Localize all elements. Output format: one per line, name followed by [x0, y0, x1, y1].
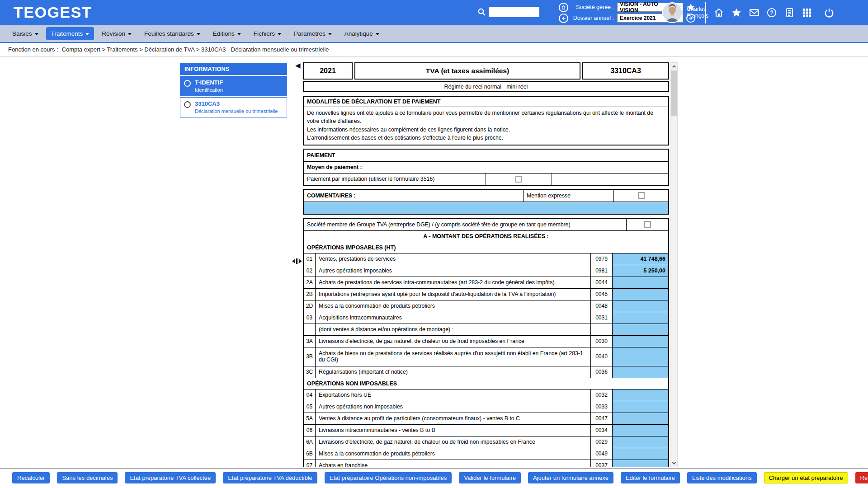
line-number: 6B [304, 448, 316, 460]
menu-item-revision[interactable]: Révision [97, 27, 137, 40]
groupe-tva-checkbox[interactable] [644, 221, 651, 228]
amount-cell[interactable] [612, 460, 668, 467]
retour-button[interactable]: Retour [855, 472, 868, 483]
line-number: 2A [304, 277, 316, 288]
menu-item-fichiers[interactable]: Fichiers [249, 27, 286, 40]
informations-panel: INFORMATIONS T-IDENTIFIdentification3310… [180, 63, 287, 117]
line-code: 0045 [590, 289, 612, 300]
help-icon[interactable]: ? [766, 7, 777, 18]
resize-handle-icon[interactable] [292, 257, 302, 265]
amount-cell[interactable] [612, 425, 668, 436]
scroll-up-icon[interactable] [670, 63, 677, 70]
menu-item-label: Fichiers [254, 30, 275, 37]
line-number: 6A [304, 436, 316, 448]
chevron-down-icon [35, 33, 38, 35]
home-icon[interactable] [713, 7, 724, 18]
back-circle-icon[interactable] [559, 14, 568, 23]
menu-item-parametres[interactable]: Paramètres [289, 27, 337, 40]
commentaires-input[interactable] [304, 202, 668, 214]
menu-item-traitements[interactable]: Traitements [46, 27, 94, 40]
home-circle-icon[interactable] [559, 3, 568, 12]
line-label: Importations (entreprises ayant opté pou… [316, 289, 590, 300]
sidebar-item-label: Déclaration mensuelle ou trimestrielle [195, 108, 278, 114]
chevron-down-icon [197, 33, 200, 35]
table-row: 6ALivraisons d'électricité, de gaz natur… [304, 436, 668, 448]
line-number: 5A [304, 413, 316, 424]
line-code: 0030 [590, 336, 612, 347]
etat-preparatoire-tva-collectee-button[interactable]: Etat préparatoire TVA collectée [125, 472, 216, 483]
avatar[interactable] [662, 2, 683, 23]
etat-preparatoire-operations-non-imposables-button[interactable]: Etat préparatoire Opérations non-imposab… [325, 472, 452, 483]
chevron-down-icon [376, 33, 379, 35]
radio-icon[interactable] [184, 101, 191, 108]
line-label: Ventes, prestations de services [316, 253, 590, 265]
line-label: Autres opérations imposables [316, 265, 590, 277]
amount-cell[interactable] [612, 401, 668, 413]
menu-item-analytique[interactable]: Analytique [340, 27, 384, 40]
scroll-down-icon[interactable] [670, 460, 677, 467]
imputation-label: Paiement par imputation (utiliser le for… [304, 174, 486, 185]
main-content: INFORMATIONS T-IDENTIFIdentification3310… [0, 56, 868, 468]
charger-un-etat-preparatoire-button[interactable]: Charger un état préparatoire [764, 472, 848, 483]
amount-cell[interactable] [612, 366, 668, 378]
amount-cell[interactable] [612, 336, 668, 347]
sidebar-item-t-identif[interactable]: T-IDENTIFIdentification [180, 76, 287, 96]
editer-le-formulaire-button[interactable]: Editer le formulaire [621, 472, 680, 483]
menu-item-feuilles-standards[interactable]: Feuilles standards [139, 27, 205, 40]
imputation-checkbox[interactable] [515, 176, 522, 183]
amount-cell[interactable] [612, 277, 668, 288]
mail-icon[interactable] [749, 7, 760, 18]
sidebar-item-label: Identification [195, 87, 223, 93]
amount-cell[interactable] [612, 448, 668, 460]
chevron-down-icon [328, 33, 332, 35]
sans-les-decimales-button[interactable]: Sans les décimales [57, 472, 118, 483]
line-label: (dont ventes à distance et/ou opérations… [316, 324, 590, 335]
mention-expresse-checkbox[interactable] [638, 192, 645, 199]
imputation-empty-cell [552, 174, 668, 185]
valider-le-formulaire-button[interactable]: Valider le formulaire [459, 472, 521, 483]
breadcrumb: Fonction en cours : Compta expert > Trai… [0, 43, 868, 56]
amount-cell[interactable] [612, 300, 668, 312]
scrollbar-thumb[interactable] [671, 70, 677, 116]
recalculer-button[interactable]: Recalculer [12, 472, 50, 483]
form-year: 2021 [303, 62, 353, 80]
commentaires-box: COMMENTAIRES : Mention expresse [303, 189, 669, 215]
sidebar-item-3310ca3[interactable]: 3310CA3Déclaration mensuelle ou trimestr… [180, 97, 287, 117]
amount-cell[interactable] [612, 289, 668, 300]
radio-icon[interactable] [184, 80, 191, 87]
apps-icon[interactable] [802, 7, 812, 18]
global-search [477, 7, 539, 17]
ajouter-un-formulaire-annexe-button[interactable]: Ajouter un formulaire annexe [528, 472, 613, 483]
liste-des-modifications-button[interactable]: Liste des modifications [687, 472, 757, 483]
chevron-down-icon [85, 33, 89, 35]
menu-item-saisies[interactable]: Saisies [7, 27, 43, 40]
search-input[interactable] [489, 7, 539, 17]
star-icon[interactable] [731, 7, 742, 18]
notes-icon[interactable] [784, 7, 795, 18]
action-bar: RecalculerSans les décimalesEtat prépara… [0, 468, 868, 487]
menu-bar: SaisiesTraitementsRévisionFeuilles stand… [0, 25, 868, 43]
collapse-panel-icon[interactable]: ◀ [295, 62, 301, 69]
menu-item-label: Editions [213, 30, 235, 37]
form-header: 2021 TVA (et taxes assimilées) 3310CA3 [303, 62, 669, 80]
line-number: 01 [304, 253, 316, 265]
amount-cell[interactable] [612, 413, 668, 424]
amount-cell[interactable]: 41 748,66 [612, 253, 668, 265]
amount-cell[interactable]: 5 250,00 [612, 265, 668, 277]
amount-cell[interactable] [612, 436, 668, 448]
menu-item-editions[interactable]: Editions [208, 27, 246, 40]
etat-preparatoire-tva-deductible-button[interactable]: Etat préparatoire TVA déductible [223, 472, 317, 483]
amount-cell[interactable] [612, 324, 668, 335]
user-profile[interactable]: Charles François [662, 2, 708, 23]
amount-cell[interactable] [612, 389, 668, 401]
power-icon[interactable] [824, 7, 835, 18]
amount-cell[interactable] [612, 312, 668, 324]
commentaires-label: COMMENTAIRES : [304, 190, 523, 202]
line-label: Livraisons d'électricité, de gaz naturel… [316, 436, 590, 448]
amount-cell[interactable] [612, 347, 668, 366]
line-code: 0048 [590, 300, 612, 312]
vertical-scrollbar[interactable] [670, 62, 678, 467]
societe-label: Société gérée : [571, 4, 614, 10]
paiement-title: PAIEMENT [304, 150, 339, 161]
menu-item-label: Traitements [51, 30, 83, 37]
